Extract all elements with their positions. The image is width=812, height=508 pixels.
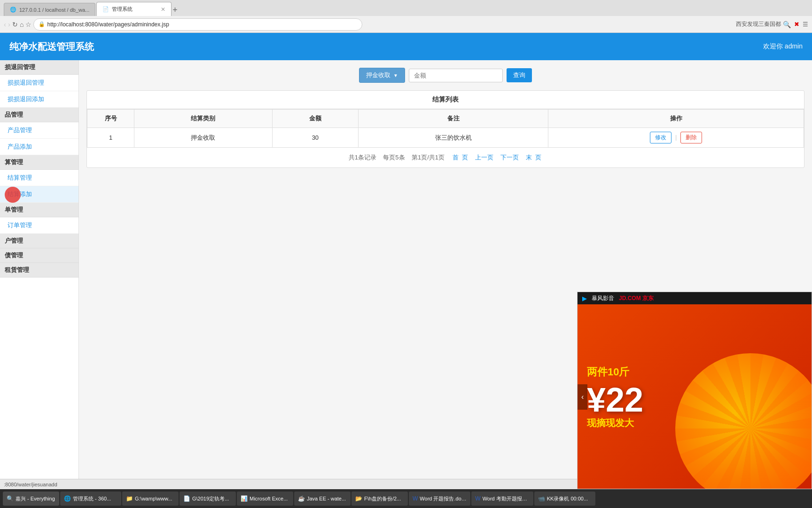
taskbar-icon-0: 🔍 [7,495,14,502]
last-page-link[interactable]: 末 [526,154,532,161]
taskbar: 🔍 嘉兴 - Everything 🌐 管理系统 - 360... 📁 G:\w… [0,489,812,508]
action-divider: | [675,134,677,141]
inactive-tab-label: 127.0.0.1 / localhost / db_wa... [19,7,89,13]
pagination-info: 共1条记录 [349,154,376,161]
taskbar-item-5[interactable]: ☕ Java EE - wate... [294,492,351,506]
search-bar: 押金收取 ▼ 查询 [86,68,804,83]
forward-button[interactable]: › [8,20,10,28]
nav-right-text: 西安发现三秦国都 [736,20,781,28]
query-button[interactable]: 查询 [507,68,532,82]
taskbar-item-1[interactable]: 🌐 管理系统 - 360... [60,492,121,506]
taskbar-icon-2: 📁 [126,495,133,502]
dropdown-arrow-icon: ▼ [393,73,398,78]
taskbar-item-4[interactable]: 📊 Microsoft Exce... [237,492,293,506]
ad-left-arrow[interactable]: ‹ [578,384,587,410]
taskbar-item-8[interactable]: W Word 考勤开题报告... [471,492,533,506]
delete-button[interactable]: 删除 [680,132,702,143]
taskbar-icon-1: 🌐 [64,495,71,502]
sidebar-section-title-3[interactable]: 单管理 [0,203,78,217]
taskbar-icon-5: ☕ [298,495,305,502]
ad-jd-header: JD.COM 京东 [619,294,654,302]
next-page-link[interactable]: 下一页 [500,154,519,161]
taskbar-label-3: G\2019定轨考... [192,495,229,502]
taskbar-item-6[interactable]: 📂 F\h盘的备份/2... [351,492,408,506]
sidebar-item-结算添加[interactable]: 结算添加 [0,186,78,203]
sidebar-section-title-4[interactable]: 户管理 [0,234,78,248]
cell-id: 1 [87,128,134,148]
col-header-amount: 金额 [272,110,358,128]
taskbar-item-9[interactable]: 📹 KK录像机 00:00... [534,492,595,506]
taskbar-label-1: 管理系统 - 360... [73,495,111,502]
sidebar-section-title-2[interactable]: 算管理 [0,155,78,170]
taskbar-item-7[interactable]: W Word 开题报告.docx... [409,492,470,506]
tab-close-icon[interactable]: ✕ [161,6,165,13]
sidebar-item-订单管理[interactable]: 订单管理 [0,217,78,234]
sidebar-item-结算管理[interactable]: 结算管理 [0,170,78,186]
sidebar-section-title-0[interactable]: 损退回管理 [0,60,78,75]
active-tab-label: 管理系统 [112,6,158,13]
edit-button[interactable]: 修改 [650,132,671,143]
taskbar-label-6: F\h盘的备份/2... [364,495,401,502]
taskbar-item-0[interactable]: 🔍 嘉兴 - Everything [3,492,59,506]
type-dropdown-button[interactable]: 押金收取 ▼ [359,68,405,83]
col-header-note: 备注 [358,110,548,128]
pagination-page-info: 第1页/共1页 [412,154,445,161]
tab-icon-inactive: 🌐 [10,7,16,13]
ad-sub-text: 现摘现发大 [587,417,643,429]
pagination-per-page: 每页5条 [383,154,405,161]
taskbar-label-8: Word 考勤开题报告... [483,495,530,502]
col-header-id: 序号 [87,110,134,128]
app-title: 纯净水配送管理系统 [9,40,94,53]
sidebar-item-产品管理[interactable]: 产品管理 [0,122,78,139]
ad-panel: ▶ 暴风影音 JD.COM 京东 两件10斤 ¥22 现摘现发大 ‹ [577,292,812,489]
sidebar-section-title-5[interactable]: 债管理 [0,248,78,263]
sidebar-section-title-6[interactable]: 租赁管理 [0,263,78,278]
sidebar-item-产品添加[interactable]: 产品添加 [0,139,78,155]
security-icon: 🔒 [39,21,45,27]
first-page-link[interactable]: 首 [453,154,459,161]
taskbar-item-3[interactable]: 📄 G\2019定轨考... [180,492,236,506]
menu-button[interactable]: ☰ [803,21,808,28]
app-header: 纯净水配送管理系统 欢迎你 admin [0,33,812,60]
table-container: 结算列表 序号 结算类别 金额 备注 操作 1 [86,90,804,168]
address-bar[interactable]: 🔒 http://localhost:8080/water/pages/admi… [33,18,362,31]
home-button[interactable]: ⌂ [20,21,23,28]
table-row: 1 押金收取 30 张三的饮水机 修改 | 删除 [87,128,804,148]
taskbar-label-9: KK录像机 00:00... [547,495,588,502]
refresh-button[interactable]: ↻ [12,21,18,28]
inactive-tab[interactable]: 🌐 127.0.0.1 / localhost / db_wa... [4,3,95,16]
ad-big-price: ¥22 [587,383,643,417]
search-nav-button[interactable]: 🔍 [783,21,791,28]
dropdown-label: 押金收取 [366,71,390,79]
taskbar-label-7: Word 开题报告.docx... [420,495,467,502]
bookmark-button[interactable]: ☆ [25,21,31,28]
page-label-link[interactable]: 页 [462,154,468,161]
active-tab[interactable]: 📄 管理系统 ✕ [96,2,172,16]
extension-button[interactable]: ✖ [793,21,801,28]
sidebar-item-损损退回添加[interactable]: 损损退回添加 [0,91,78,108]
taskbar-item-2[interactable]: 📁 G:\wamp\www... [122,492,179,506]
table-title: 结算列表 [87,91,804,109]
ad-brand-header: 暴风影音 [592,294,614,302]
status-bar: :8080/water/jiesuanadd [0,479,577,489]
taskbar-label-5: Java EE - wate... [307,496,346,501]
taskbar-label-2: G:\wamp\www... [135,496,172,501]
sidebar: 损退回管理 损损退回管理 损损退回添加 品管理 产品管理 产品添加 算管理 [0,60,79,489]
amount-search-input[interactable] [409,69,503,82]
taskbar-label-0: 嘉兴 - Everything [16,495,55,502]
new-tab-button[interactable]: + [172,5,178,15]
back-button[interactable]: ‹ [4,20,6,28]
cell-type: 押金收取 [134,128,273,148]
taskbar-icon-7: W [413,495,418,502]
sidebar-item-损损退回管理[interactable]: 损损退回管理 [0,75,78,91]
cell-amount: 30 [272,128,358,148]
sidebar-item-结算添加-wrapper: 结算添加 [0,186,78,203]
last-page-label-link[interactable]: 页 [535,154,541,161]
tab-icon-active: 📄 [102,6,109,12]
col-header-action: 操作 [548,110,804,128]
sidebar-section-title-1[interactable]: 品管理 [0,108,78,122]
taskbar-icon-8: W [475,495,480,502]
cell-action: 修改 | 删除 [548,128,804,148]
col-header-type: 结算类别 [134,110,273,128]
prev-page-link[interactable]: 上一页 [475,154,493,161]
